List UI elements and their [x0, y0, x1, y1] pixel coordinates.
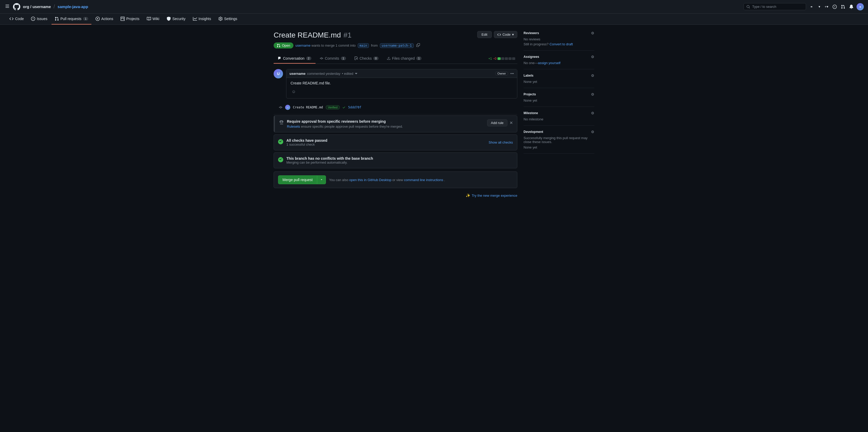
rulesets-link[interactable]: Rulesets: [287, 124, 300, 128]
main-content: Create README.md #1 Edit Code ▾: [274, 31, 517, 200]
reponav-settings[interactable]: Settings: [215, 13, 241, 25]
extensions-button[interactable]: [809, 4, 815, 10]
labels-gear-button[interactable]: ⚙: [591, 74, 594, 78]
hamburger-button[interactable]: [4, 3, 10, 10]
convert-to-draft-link[interactable]: Convert to draft: [550, 42, 573, 46]
no-one-text: No one—: [524, 61, 538, 65]
projects-icon: [121, 17, 125, 21]
merge-dropdown-chevron-icon: [320, 178, 323, 181]
emoji-button[interactable]: ☺: [290, 88, 297, 95]
comment-header-left: username commented yesterday • edited: [289, 71, 358, 76]
sparkle-icon: ✨: [466, 193, 470, 198]
pr-base-branch[interactable]: main: [358, 43, 369, 48]
commits-badge: 1: [341, 57, 346, 60]
no-conflicts-icon: [278, 157, 283, 164]
topnav-org: org / username: [23, 4, 51, 9]
main-container: Create README.md #1 Edit Code ▾: [268, 25, 600, 200]
rule-banner-header: Require approval from specific reviewers…: [274, 116, 517, 132]
close-banner-button[interactable]: ✕: [509, 120, 513, 125]
pull-requests-button[interactable]: [840, 4, 846, 10]
no-conflicts-title: This branch has no conflicts with the ba…: [286, 156, 513, 161]
search-placeholder: Type / to search: [752, 5, 776, 8]
reponav-security[interactable]: Security: [163, 13, 189, 25]
pr-head-branch[interactable]: username-patch-1: [380, 43, 414, 48]
reponav-issues[interactable]: Issues: [28, 13, 50, 25]
more-options-button[interactable]: •••: [510, 71, 514, 76]
commit-message[interactable]: Create README.md: [293, 106, 323, 109]
new-button[interactable]: +▾: [824, 4, 830, 10]
open-github-desktop-link[interactable]: open this in GitHub Desktop: [349, 178, 392, 182]
sidebar-development: Development ⚙ Successfully merging this …: [524, 125, 594, 154]
no-conflicts-text: This branch has no conflicts with the ba…: [286, 156, 513, 165]
avatar[interactable]: ●: [857, 3, 864, 10]
commits-icon: [320, 57, 323, 60]
tab-files-changed[interactable]: Files changed 1: [383, 54, 426, 64]
cli-instructions-link[interactable]: command line instructions: [404, 178, 443, 182]
check-title: All checks have passed: [286, 138, 486, 143]
code-dropdown-icon: ▾: [512, 33, 514, 36]
commit-hash[interactable]: 5ddd70f: [348, 106, 361, 109]
reviewers-header: Reviewers ⚙: [524, 31, 594, 35]
commit-line: U Create README.md Verified 5ddd70f: [279, 103, 517, 112]
copy-branch-button[interactable]: [416, 43, 421, 48]
merge-note-suffix: .: [444, 178, 445, 182]
merge-pull-request-button[interactable]: Merge pull request: [278, 175, 317, 184]
reviewers-gear-button[interactable]: ⚙: [591, 31, 594, 35]
reponav-wiki[interactable]: Wiki: [144, 13, 162, 25]
tab-commits[interactable]: Commits 1: [315, 54, 350, 64]
development-gear-button[interactable]: ⚙: [591, 130, 594, 134]
pr-number: #1: [343, 31, 351, 39]
repo-nav: Code Issues Pull requests 1 Actions Proj…: [0, 13, 868, 25]
pr-tabs-left: Conversation 2 Commits 1 Checks 0: [274, 54, 426, 64]
assignees-gear-button[interactable]: ⚙: [591, 55, 594, 59]
reponav-code[interactable]: Code: [6, 13, 27, 25]
notifications-button[interactable]: [848, 4, 855, 10]
merge-section: Merge pull request You can also open thi…: [274, 171, 517, 188]
comment-action: commented yesterday: [307, 71, 340, 76]
new-merge-experience-link[interactable]: Try the new merge experience: [472, 194, 517, 198]
assign-yourself-link[interactable]: assign yourself: [538, 61, 561, 65]
reponav-actions[interactable]: Actions: [92, 13, 116, 25]
comment-avatar: U: [274, 69, 283, 79]
labels-value: None yet: [524, 80, 594, 84]
edited-dropdown-icon[interactable]: [355, 72, 358, 75]
check-sub: 1 successful check: [286, 143, 486, 146]
sidebar-assignees: Assignees ⚙ No one—assign yourself: [524, 51, 594, 69]
reponav-projects[interactable]: Projects: [117, 13, 143, 25]
rule-banner: Require approval from specific reviewers…: [274, 115, 517, 132]
tab-checks[interactable]: Checks 0: [350, 54, 383, 64]
code-button[interactable]: Code ▾: [494, 31, 517, 38]
wiki-icon: [147, 17, 151, 21]
milestone-header: Milestone ⚙: [524, 111, 594, 115]
show-all-checks-link[interactable]: Show all checks: [489, 140, 513, 144]
milestone-gear-button[interactable]: ⚙: [591, 111, 594, 115]
milestone-value: No milestone: [524, 117, 594, 121]
tab-conversation[interactable]: Conversation 2: [274, 54, 315, 64]
diff-block-2: [501, 57, 504, 60]
diff-del: −0: [493, 57, 496, 60]
github-logo: [13, 3, 20, 10]
diff-blocks: [498, 57, 515, 60]
comment-author[interactable]: username: [289, 71, 305, 76]
comment-thread: U username commented yesterday • edited …: [274, 69, 517, 98]
issues-button[interactable]: [832, 4, 838, 10]
no-conflicts-sub: Merging can be performed automatically.: [286, 161, 513, 165]
issues-icon: [31, 17, 35, 21]
reponav-pull-requests[interactable]: Pull requests 1: [52, 13, 91, 25]
pr-meta: Open username wants to merge 1 commit in…: [274, 42, 517, 49]
check-text: All checks have passed 1 successful chec…: [286, 138, 486, 146]
search-box[interactable]: Type / to search: [744, 3, 806, 10]
labels-header: Labels ⚙: [524, 74, 594, 78]
topnav-repo[interactable]: sample-java-app: [58, 4, 88, 9]
diff-add: +1: [488, 57, 492, 60]
add-rule-button[interactable]: Add rule: [487, 119, 507, 126]
merge-dropdown-button[interactable]: [317, 175, 326, 184]
reviewers-title: Reviewers: [524, 31, 539, 35]
projects-gear-button[interactable]: ⚙: [591, 92, 594, 96]
rule-title: Require approval from specific reviewers…: [287, 119, 484, 123]
dropdown-button[interactable]: ▾: [817, 4, 822, 10]
edit-button[interactable]: Edit: [477, 31, 492, 38]
reponav-insights[interactable]: Insights: [190, 13, 214, 25]
pr-author-link[interactable]: username: [296, 44, 311, 48]
topnav: org / username / sample-java-app Type / …: [0, 0, 868, 13]
